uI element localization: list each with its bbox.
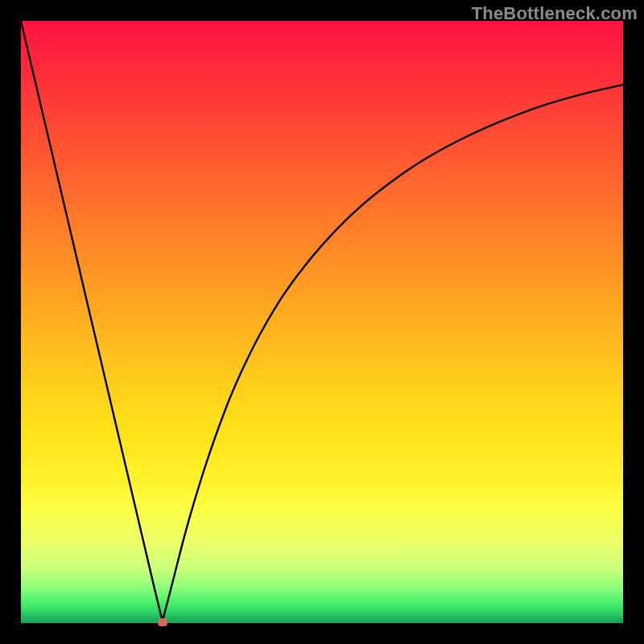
heat-background (21, 21, 623, 623)
bottleneck-curve (21, 21, 623, 623)
watermark-text: TheBottleneck.com (472, 3, 638, 24)
minimum-marker (158, 618, 167, 626)
curve-path (21, 21, 623, 621)
chart-frame: TheBottleneck.com (0, 0, 644, 644)
